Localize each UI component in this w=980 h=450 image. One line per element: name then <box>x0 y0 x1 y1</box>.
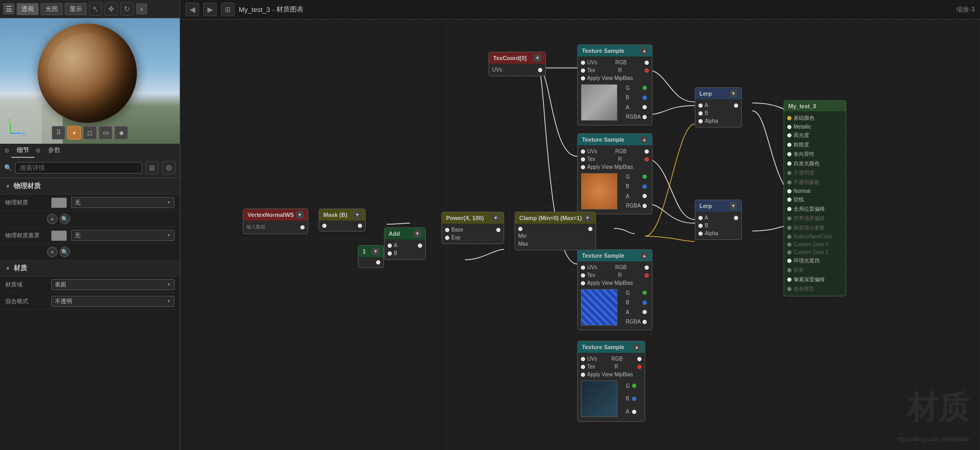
ts2-mip-label: Apply View MipBias <box>587 164 633 170</box>
physical-material-dropdown[interactable]: 无 <box>71 197 174 208</box>
material-domain-dropdown[interactable]: 表面 <box>51 279 174 290</box>
add-title: Add <box>389 230 400 237</box>
clamp-node[interactable]: Clamp (Min=0) (Max=1) ▼ Min Max <box>515 212 596 250</box>
out-metallic-pin <box>787 125 791 129</box>
move-icon[interactable]: ✥ <box>104 2 118 16</box>
out-tessellation-label: 曲面细分参数 <box>794 224 825 232</box>
menu-icon[interactable]: ☰ <box>3 3 15 15</box>
power-node[interactable]: Power(X, 100) ▼ Base Exp <box>441 212 504 244</box>
physical-material-section[interactable]: ▼ 物理材质 <box>0 178 180 194</box>
display-button[interactable]: 显示 <box>65 3 87 15</box>
material-section[interactable]: ▼ 材质 <box>0 260 180 276</box>
const-1-node[interactable]: 1 ▼ <box>358 245 384 268</box>
sphere-view-btn[interactable]: ● <box>67 126 81 140</box>
vertex-normal-body: 输入数据 <box>243 221 308 234</box>
lerp-1-node[interactable]: Lerp ▼ A B Alpha <box>695 87 742 128</box>
texture-sample-4-header: Texture Sample ▲ <box>578 341 645 353</box>
lerp-1-b: B <box>695 109 741 117</box>
add-expand[interactable]: ▼ <box>414 230 421 237</box>
tab-params[interactable]: 参数 <box>43 144 66 158</box>
lerp-1-expand[interactable]: ▼ <box>730 90 737 97</box>
texcoord-expand[interactable]: ▼ <box>534 54 541 62</box>
out-anisotropy-pin <box>787 152 791 156</box>
physical-material-mask-dropdown[interactable]: 无 <box>71 230 174 241</box>
plane-view-btn[interactable]: ▭ <box>99 126 112 140</box>
out-world-scene: 世界场景偏移 <box>784 214 846 223</box>
texture-sample-1-node[interactable]: Texture Sample ▲ UVs RGB Tex R <box>577 44 652 125</box>
output-node[interactable]: My_test_3 基础颜色 Metallic 高光度 粗糙度 <box>784 100 846 296</box>
lerp-1-b-label: B <box>705 110 708 116</box>
ts3-mip-label: Apply View MipBias <box>587 280 633 286</box>
texture-sample-3-expand[interactable]: ▲ <box>640 252 648 259</box>
texture-sample-4-node[interactable]: Texture Sample ▲ UVs RGB Tex R <box>577 341 645 422</box>
lerp-2-node[interactable]: Lerp ▼ A B Alpha <box>695 200 742 240</box>
maximize-icon[interactable]: ⊞ <box>221 3 235 16</box>
chevron-right-icon[interactable]: › <box>136 3 147 15</box>
forward-button[interactable]: ▶ <box>203 3 217 16</box>
box-view-btn[interactable]: ◻ <box>83 126 97 140</box>
back-button[interactable]: ◀ <box>185 3 199 16</box>
texcoord-node[interactable]: TexCoord[0] ▼ UVs <box>488 52 546 76</box>
lerp-2-alpha: Alpha <box>695 229 741 237</box>
out-normal: Normal <box>784 187 846 195</box>
ts3-uvs: UVs RGB <box>578 263 652 271</box>
physical-material-add-btn[interactable]: + <box>47 214 57 224</box>
texture-preview-3 <box>581 289 617 326</box>
grid-options-icon[interactable]: ⊞ <box>145 161 159 175</box>
power-base-pin <box>445 228 449 232</box>
texture-sample-2-expand[interactable]: ▲ <box>640 136 648 143</box>
out-base-color-label: 基础颜色 <box>794 114 814 122</box>
ts1-rgba-label: RGBA <box>626 114 640 120</box>
physical-material-mask-search-btn[interactable]: 🔍 <box>60 247 70 257</box>
lerp-2-alpha-label: Alpha <box>705 230 718 236</box>
texture-sample-4-body: UVs RGB Tex R Apply View MipBias <box>578 353 645 421</box>
out-tessellation: 曲面细分参数 <box>784 223 846 233</box>
ts4-uvs-label: UVs <box>587 356 597 362</box>
breadcrumb-root[interactable]: My_test_3 <box>239 6 270 14</box>
tab-details[interactable]: 细节 <box>11 144 34 158</box>
ts1-mip-label: Apply View MipBias <box>587 75 633 81</box>
out-ambient-occlusion: 环境光遮挡 <box>784 256 846 266</box>
physical-material-mask-row: 物理材质遮罩 无 <box>0 227 180 244</box>
add-node[interactable]: Add ▼ A B <box>384 227 426 260</box>
ts2-preview-area: G B A RGBA <box>578 171 652 212</box>
physical-material-search-btn[interactable]: 🔍 <box>60 214 70 224</box>
clamp-in-pin <box>518 227 522 231</box>
blend-mode-dropdown[interactable]: 不透明 <box>51 296 174 307</box>
lerp-1-alpha: Alpha <box>695 117 741 125</box>
physical-material-mask-actions-row: + 🔍 <box>0 244 180 260</box>
texture-sample-2-node[interactable]: Texture Sample ▲ UVs RGB Tex R <box>577 133 652 214</box>
lerp-2-a: A <box>695 214 741 222</box>
lerp-1-a-label: A <box>705 102 708 108</box>
cursor-icon[interactable]: ↖ <box>89 2 102 16</box>
physical-material-mask-add-btn[interactable]: + <box>47 247 57 257</box>
clamp-expand[interactable]: ▼ <box>584 214 591 222</box>
mask-b-node[interactable]: Mask (B) ▼ <box>319 209 366 232</box>
vertex-normal-expand[interactable]: ▼ <box>296 211 304 218</box>
texture-sample-4-expand[interactable]: ▲ <box>633 343 640 351</box>
const-1-expand[interactable]: ▼ <box>372 248 379 255</box>
texture-sample-1-expand[interactable]: ▲ <box>640 47 648 54</box>
lighting-button[interactable]: 光照 <box>41 3 63 15</box>
out-roughness: 粗糙度 <box>784 140 846 149</box>
node-graph-canvas[interactable]: TexCoord[0] ▼ UVs Texture Sample ▲ UVs <box>180 19 980 450</box>
search-input[interactable] <box>15 162 142 174</box>
ts1-rgba-pin <box>643 115 647 119</box>
power-expand[interactable]: ▼ <box>492 214 499 222</box>
texture-sample-3-node[interactable]: Texture Sample ▲ UVs RGB Tex R <box>577 249 652 330</box>
custom-view-btn[interactable]: ◈ <box>114 126 128 140</box>
mask-b-expand[interactable]: ▼ <box>354 211 361 218</box>
ts1-right-pins: G B A RGBA <box>621 82 652 123</box>
lerp-2-expand[interactable]: ▼ <box>730 202 737 210</box>
clamp-max-label: Max <box>518 241 528 247</box>
grid-view-btn[interactable]: ⠿ <box>52 126 65 140</box>
watermark-url: https://blog.csdn.net/Qiblank <box>897 436 970 442</box>
perspective-button[interactable]: 透视 <box>17 3 39 15</box>
settings-icon[interactable]: ⚙ <box>162 161 176 175</box>
vertex-normal-title: VertexNormalWS <box>248 212 294 218</box>
material-collapse-arrow: ▼ <box>5 266 10 271</box>
ts1-a: A <box>623 103 650 111</box>
refresh-icon[interactable]: ↻ <box>120 2 134 16</box>
vertex-normal-node[interactable]: VertexNormalWS ▼ 输入数据 <box>243 209 308 234</box>
out-roughness-pin <box>787 143 791 147</box>
